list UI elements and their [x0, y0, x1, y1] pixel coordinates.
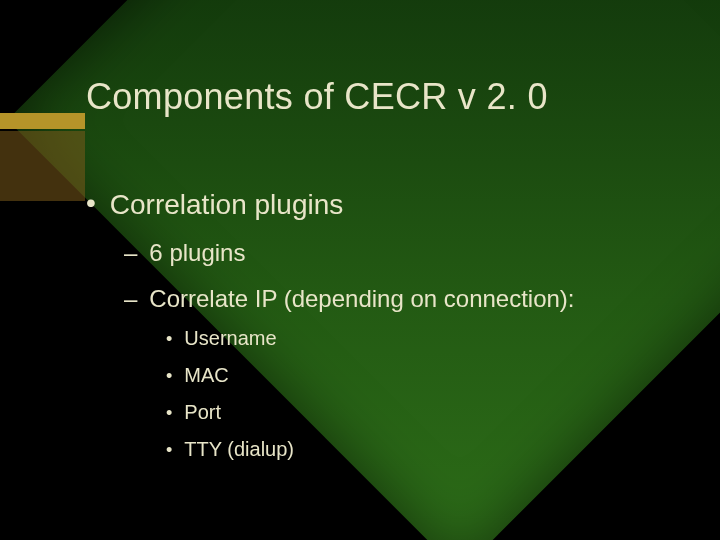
bullet-icon: • [166, 367, 172, 385]
bullet-level2-text: 6 plugins [149, 239, 245, 267]
bullet-level2: – Correlate IP (depending on connection)… [124, 285, 680, 313]
accent-bar [0, 113, 85, 129]
dash-icon: – [124, 239, 137, 267]
slide-title: Components of CECR v 2. 0 [86, 76, 548, 118]
dash-icon: – [124, 285, 137, 313]
bullet-icon: • [166, 404, 172, 422]
bullet-level2: – 6 plugins [124, 239, 680, 267]
accent-block [0, 131, 85, 201]
slide: Components of CECR v 2. 0 • Correlation … [0, 0, 720, 540]
slide-body: • Correlation plugins – 6 plugins – Corr… [86, 175, 680, 467]
bullet-level3-text: Port [184, 401, 221, 424]
bullet-level3: • TTY (dialup) [166, 438, 680, 461]
bullet-level3-text: Username [184, 327, 276, 350]
bullet-icon: • [166, 441, 172, 459]
bullet-level3: • Port [166, 401, 680, 424]
bullet-level2-text: Correlate IP (depending on connection): [149, 285, 574, 313]
bullet-level1-text: Correlation plugins [110, 189, 343, 221]
bullet-level3-text: MAC [184, 364, 228, 387]
bullet-level3-text: TTY (dialup) [184, 438, 294, 461]
bullet-level3: • Username [166, 327, 680, 350]
bullet-level1: • Correlation plugins [86, 189, 680, 221]
bullet-level3: • MAC [166, 364, 680, 387]
bullet-icon: • [86, 189, 96, 217]
bullet-icon: • [166, 330, 172, 348]
